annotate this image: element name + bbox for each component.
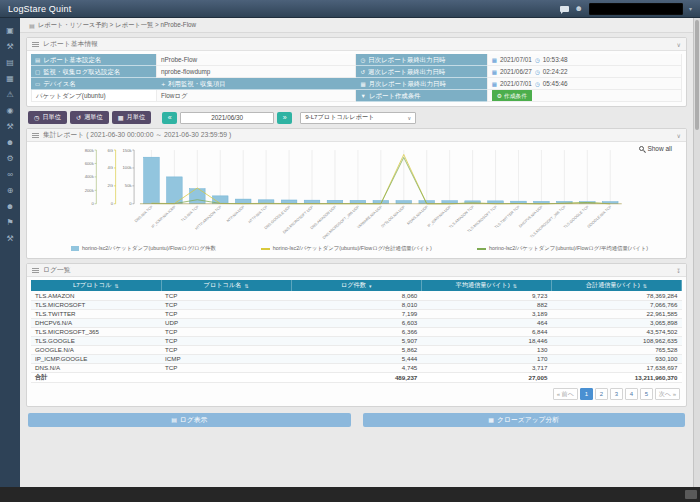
- column-header-2[interactable]: ログ件数▾: [291, 280, 421, 291]
- page-scrollbar[interactable]: [693, 18, 700, 487]
- svg-text:DNS.N/A TCP: DNS.N/A TCP: [134, 205, 154, 224]
- svg-text:DHCPV6.N/A UDP: DHCPV6.N/A UDP: [518, 205, 544, 229]
- cell: 7,066,766: [551, 300, 681, 309]
- day-unit-button[interactable]: ◷日単位: [28, 111, 67, 124]
- svg-text:TLS.TWITTER TCP: TLS.TWITTER TCP: [494, 205, 521, 230]
- svg-text:IP_IGMP.N/A UDP: IP_IGMP.N/A UDP: [427, 205, 453, 229]
- cell: 170: [421, 354, 551, 363]
- pagination-page-5[interactable]: 5: [640, 388, 653, 400]
- gear-icon[interactable]: ⚙: [0, 150, 20, 166]
- pagination-prev[interactable]: « 前へ: [553, 388, 578, 400]
- user-icon[interactable]: ☻: [0, 134, 20, 150]
- column-header-3[interactable]: 平均通信量(バイト)⇅: [421, 280, 551, 291]
- id-card-icon: ▤: [35, 54, 40, 66]
- report-condition-button[interactable]: ⚙作成条件: [492, 90, 532, 102]
- pagination-next[interactable]: 次へ »: [655, 388, 680, 400]
- pagination-page-4[interactable]: 4: [625, 388, 638, 400]
- date-input[interactable]: 2021/06/30: [180, 112, 274, 124]
- link-icon[interactable]: ∞: [0, 166, 20, 182]
- report-type-select[interactable]: 9-L7プロトコルレポート ∨: [300, 112, 416, 124]
- closeup-analysis-button[interactable]: ▦ クローズアップ分析: [363, 413, 686, 427]
- next-date-button[interactable]: »: [277, 112, 292, 124]
- column-header-1[interactable]: プロトコル名⇅: [161, 280, 291, 291]
- table-row[interactable]: DHCPV6.N/AUDP6,6034643,065,898: [31, 318, 682, 327]
- cell: GOOGLE.N/A: [31, 345, 161, 354]
- table-row[interactable]: TLS.AMAZONTCP8,0609,72378,369,284: [31, 291, 682, 300]
- total-cell: [161, 372, 291, 382]
- table-row[interactable]: GOOGLE.N/ATCP5,862130765,528: [31, 345, 682, 354]
- report-setting-name-label: ▤レポート基本設定名: [31, 54, 156, 66]
- alert-icon[interactable]: ⚠: [0, 86, 20, 102]
- tools-icon[interactable]: ⚒: [0, 118, 20, 134]
- column-label: 合計通信量(バイト): [586, 281, 640, 290]
- cell: 108,962,635: [551, 336, 681, 345]
- column-label: 平均通信量(バイト): [456, 281, 510, 290]
- user-icon[interactable]: ☻: [575, 5, 583, 13]
- table-row[interactable]: TLS.TWITTERTCP7,1993,18922,961,585: [31, 309, 682, 318]
- svg-text:GOOGLE.N/A TCP: GOOGLE.N/A TCP: [587, 205, 613, 229]
- prev-date-button[interactable]: «: [162, 112, 177, 124]
- month-unit-button[interactable]: ▦月単位: [112, 111, 151, 124]
- table-row[interactable]: TLS.GOOGLETCP5,90718,446108,962,635: [31, 336, 682, 345]
- bottom-right-widget[interactable]: [685, 490, 697, 499]
- eye-icon[interactable]: ◉: [0, 102, 20, 118]
- save-icon[interactable]: ▣: [0, 22, 20, 38]
- log-table-panel-header: ログ一覧 ↧: [27, 264, 686, 277]
- pagination-page-2[interactable]: 2: [595, 388, 608, 400]
- display-icon: ▭: [35, 78, 40, 90]
- cell: 78,369,284: [551, 291, 681, 300]
- cell: TLS.AMAZON: [31, 291, 161, 300]
- cell: TLS.MICROSOFT: [31, 300, 161, 309]
- table-icon[interactable]: ▤: [0, 54, 20, 70]
- report-condition-value: ⚙作成条件: [487, 90, 682, 102]
- chat-icon[interactable]: [560, 6, 569, 12]
- clock-icon: ◷: [535, 54, 540, 66]
- column-header-0[interactable]: L7プロトコル⇅: [31, 280, 161, 291]
- column-header-4[interactable]: 合計通信量(バイト)⇅: [551, 280, 681, 291]
- users-icon[interactable]: ☻: [0, 198, 20, 214]
- table-row[interactable]: DNS.N/ATCP4,7453,71717,638,697: [31, 363, 682, 372]
- cell: 5,862: [291, 345, 421, 354]
- sort-icon: ⇅: [643, 283, 647, 289]
- report-setting-name-value: nProbe-Flow: [156, 54, 357, 66]
- globe-icon[interactable]: ⊕: [0, 182, 20, 198]
- basic-info-panel: レポート基本情報 ∨ ▤レポート基本設定名nProbe-Flow◷日次レポート最…: [26, 37, 687, 107]
- collapse-icon[interactable]: ∨: [677, 132, 681, 139]
- wrench-icon[interactable]: ⚒: [0, 38, 20, 54]
- cell: 5,907: [291, 336, 421, 345]
- show-all-button[interactable]: Show all: [639, 145, 672, 152]
- scrollbar-thumb[interactable]: [695, 20, 699, 130]
- breadcrumb-text: レポート・リソース予約 > レポート一覧 > nProbe-Flow: [38, 21, 196, 30]
- legend-item[interactable]: horino-lsc2/パケットダンプ(ubuntu)/Flowログ/ログ件数: [71, 245, 216, 252]
- table-row[interactable]: TLS.MICROSOFTTCP8,0108827,066,766: [31, 300, 682, 309]
- svg-text:HTTP.N/A TCP: HTTP.N/A TCP: [248, 205, 269, 225]
- gear-icon: ⚙: [497, 90, 502, 102]
- calculator-icon[interactable]: ▦: [0, 70, 20, 86]
- report-condition-label: ▼レポート作成条件: [356, 90, 486, 102]
- report-toolbar: ◷日単位↺週単位▦月単位 « 2021/06/30 » 9-L7プロトコルレポー…: [28, 111, 685, 124]
- share-icon[interactable]: ⚑: [0, 214, 20, 230]
- breadcrumb[interactable]: ▤ レポート・リソース予約 > レポート一覧 > nProbe-Flow: [20, 18, 693, 33]
- username-redacted[interactable]: [589, 3, 683, 15]
- legend-item[interactable]: horino-lsc2/パケットダンプ(ubuntu)/Flowログ/合計通信量…: [261, 245, 432, 252]
- user-menu-caret[interactable]: ▾: [689, 5, 692, 12]
- svg-text:800k: 800k: [85, 148, 95, 153]
- pagination-page-1[interactable]: 1: [580, 388, 593, 400]
- cell: TLS.TWITTER: [31, 309, 161, 318]
- week-unit-button[interactable]: ↺週単位: [70, 111, 109, 124]
- collapse-icon[interactable]: ∨: [677, 41, 681, 48]
- build-icon[interactable]: ⚒: [0, 230, 20, 246]
- pagination-page-3[interactable]: 3: [610, 388, 623, 400]
- legend-item[interactable]: horino-lsc2/パケットダンプ(ubuntu)/Flowログ/平均通信量…: [477, 245, 648, 252]
- download-icon[interactable]: ↧: [676, 267, 681, 274]
- table-row[interactable]: IP_ICMP.GOOGLEICMP5,444170930,100: [31, 354, 682, 363]
- table-row[interactable]: TLS.MICROSOFT_365TCP6,3666,84443,574,502: [31, 327, 682, 336]
- svg-text:NTP.N/A UDP: NTP.N/A UDP: [226, 205, 246, 224]
- log-view-button[interactable]: ▤ ログ表示: [28, 413, 351, 427]
- device-row-value: Flowログ: [156, 90, 357, 102]
- filter-icon: ▼: [360, 90, 365, 102]
- sort-icon: ⇅: [513, 283, 517, 289]
- legend-label: horino-lsc2/パケットダンプ(ubuntu)/Flowログ/合計通信量…: [273, 245, 432, 252]
- cell: 17,638,697: [551, 363, 681, 372]
- report-type-selected: 9-L7プロトコルレポート: [305, 113, 374, 122]
